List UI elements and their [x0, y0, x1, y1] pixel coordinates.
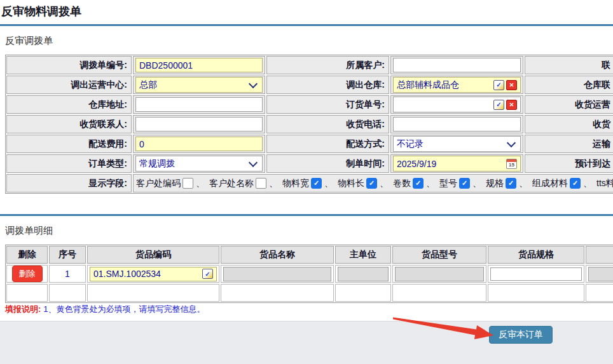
display-field-label: 物料长 [338, 178, 364, 189]
fill-instructions: 填报说明:1、黄色背景处为必填项，请填写完整信息。 [5, 304, 205, 315]
field-separator: 、 [269, 178, 278, 189]
table-row-cell: 删除 [6, 265, 48, 283]
display-field-label: 客户处编码 [136, 178, 181, 189]
table-row-cell [335, 265, 391, 283]
delivery-fee-input[interactable] [135, 137, 263, 151]
picker-icon[interactable]: ✓ [202, 269, 213, 279]
field-separator: 、 [426, 178, 435, 189]
table-row-cell [488, 265, 584, 283]
item-code-picker[interactable]: 01.SMJ.1002534 ✓ [90, 267, 217, 281]
delete-row-button[interactable]: 删除 [12, 266, 43, 282]
note-label: 填报说明: [5, 304, 41, 314]
spec-input[interactable] [490, 267, 582, 281]
display-field-checkbox[interactable] [256, 178, 266, 189]
order-no-label: 订货单号: [266, 95, 389, 114]
field-separator: 、 [583, 178, 592, 189]
source-center-select[interactable]: 总部 [135, 77, 263, 93]
field-separator: 、 [472, 178, 481, 189]
item-name-field-disabled [223, 267, 331, 281]
detail-section-title: 调拨单明细 [5, 225, 53, 237]
transport-label-cut: 运输 [525, 138, 610, 150]
display-fields-row: 客户处编码、 客户处名称、 物料宽、 物料长、 卷数、 型号、 规格、 组成材料… [133, 174, 613, 192]
source-warehouse-picker[interactable]: 总部辅料成品仓 ✓ ✕ [393, 77, 521, 93]
create-date-field[interactable]: 2025/9/19 15 [393, 156, 521, 172]
extra-field-disabled-cut [588, 267, 613, 281]
transfer-order-form: 调拨单编号: 所属客户: 联 调出运营中心: 总部 调出仓库: 总部辅料成品仓 … [5, 55, 613, 194]
page-title: 反审物料调拨单 [1, 4, 81, 19]
delivery-fee-label: 配送费用: [6, 135, 132, 153]
col-header-extra-cut [586, 246, 613, 264]
display-field-label: 客户处名称 [209, 178, 254, 189]
display-field-checkbox[interactable] [413, 178, 424, 189]
receiver-phone-label: 收货电话: [266, 115, 389, 133]
display-field-checkbox[interactable] [506, 178, 516, 189]
display-field-checkbox[interactable] [183, 178, 193, 189]
col-header-unit: 主单位 [335, 246, 391, 264]
form-section-title: 反审调拨单 [5, 35, 53, 47]
calendar-icon[interactable]: 15 [506, 159, 517, 169]
title-divider [0, 24, 613, 26]
transfer-order-no-input[interactable] [135, 58, 263, 72]
chevron-down-icon [507, 138, 516, 147]
customer-input[interactable] [393, 58, 521, 72]
receiving-address-label-cut: 收货 [525, 119, 610, 130]
warehouse-address-input[interactable] [135, 97, 263, 112]
field-separator: 、 [380, 178, 389, 189]
delivery-method-label: 配送方式: [266, 135, 389, 153]
source-warehouse-label: 调出仓库: [266, 76, 389, 94]
order-type-select[interactable]: 常规调拨 [135, 156, 263, 172]
display-field-label: 型号 [439, 178, 457, 189]
display-field-label: tts料号 [596, 178, 613, 189]
empty-cell [221, 284, 334, 302]
field-separator: 、 [196, 178, 205, 189]
chevron-down-icon [249, 79, 258, 88]
customer-label: 所属客户: [266, 56, 389, 74]
display-field-checkbox[interactable] [311, 178, 322, 189]
table-row-cell: 01.SMJ.1002534 ✓ [87, 265, 219, 283]
display-field-checkbox[interactable] [366, 178, 377, 189]
picker-icon[interactable]: ✓ [493, 80, 504, 90]
col-header-spec: 货品规格 [488, 246, 584, 264]
receiver-phone-input[interactable] [393, 117, 521, 131]
field-separator: 、 [519, 178, 528, 189]
col-header-item-name: 货品名称 [221, 246, 334, 264]
table-row-cell [221, 265, 334, 283]
display-field-label: 组成材料 [532, 178, 568, 189]
delivery-method-select[interactable]: 不记录 [393, 136, 521, 152]
empty-cell [49, 284, 86, 302]
empty-cell [488, 284, 584, 302]
receiver-contact-input[interactable] [135, 117, 263, 131]
row-seq: 1 [65, 269, 70, 279]
create-date-label: 制单时间: [266, 154, 389, 173]
display-fields-label: 显示字段: [6, 174, 132, 192]
receiver-contact-label: 收货联系人: [6, 115, 132, 133]
receiving-center-label-cut: 收货运营 [525, 99, 610, 111]
empty-cell [586, 284, 613, 302]
note-text: 1、黄色背景处为必填项，请填写完整信息。 [43, 304, 205, 314]
empty-cell [6, 284, 48, 302]
col-header-seq: 序号 [49, 246, 86, 264]
display-field-checkbox[interactable] [459, 178, 470, 189]
model-field-disabled [395, 267, 484, 281]
col-header-model: 货品型号 [392, 246, 486, 264]
order-type-label: 订单类型: [6, 154, 132, 173]
display-field-label: 规格 [486, 178, 504, 189]
warehouse-contact-label-cut: 仓库联 [525, 79, 610, 91]
unit-field-disabled [338, 267, 389, 281]
display-field-checkbox[interactable] [570, 178, 581, 189]
warehouse-address-label: 仓库地址: [6, 95, 132, 114]
clear-icon[interactable]: ✕ [506, 100, 517, 110]
clear-icon[interactable]: ✕ [506, 80, 517, 90]
table-row-cell: 1 [49, 265, 86, 283]
picker-icon[interactable]: ✓ [493, 100, 504, 110]
reverse-audit-button[interactable]: 反审本订单 [489, 326, 553, 344]
contact-label-cut: 联 [525, 60, 610, 71]
display-field-label: 物料宽 [282, 178, 309, 189]
source-center-label: 调出运营中心: [6, 76, 132, 94]
display-field-label: 卷数 [393, 178, 411, 189]
order-no-picker[interactable]: ✓ ✕ [393, 97, 521, 112]
table-row-cell [392, 265, 486, 283]
field-separator: 、 [324, 178, 333, 189]
transfer-detail-table: 删除 序号 货品编码 货品名称 主单位 货品型号 货品规格 删除 1 01.SM… [5, 245, 613, 303]
transfer-order-no-label: 调拨单编号: [6, 56, 132, 74]
